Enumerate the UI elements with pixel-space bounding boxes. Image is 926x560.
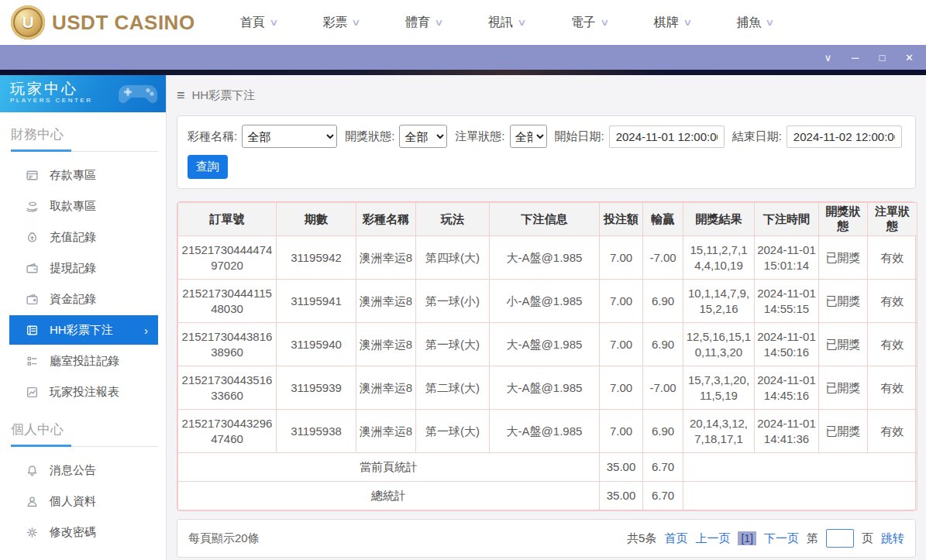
- table-cell: 10,1,14,7,9,15,2,16: [683, 280, 755, 323]
- page-jump-input[interactable]: [826, 529, 854, 548]
- column-header: 彩種名稱: [356, 203, 416, 236]
- jump-suffix-label: 页: [862, 531, 873, 546]
- sidebar: 玩家中心 PLAYERS CENTER 財務中心存款專區取款專區充值記錄提現記錄…: [0, 75, 167, 560]
- nav-item-label: 體育: [405, 15, 430, 31]
- table-cell: 31195942: [277, 236, 356, 280]
- sidebar-item-player-report[interactable]: 玩家投注報表: [0, 376, 166, 407]
- table-cell: 31195938: [277, 410, 356, 453]
- recharge-record-icon: [26, 230, 40, 244]
- sidebar-item-withdraw[interactable]: 取款專區: [0, 191, 166, 222]
- top-header: U USDT CASINO 首頁∨彩票∨體育∨視訊∨電子∨棋牌∨捕魚∨: [0, 0, 926, 45]
- section-divider: [11, 149, 158, 152]
- jump-action-link[interactable]: 跳转: [881, 531, 904, 546]
- window-maximize-button[interactable]: □: [876, 53, 888, 63]
- room-bets-icon: [26, 354, 40, 368]
- column-header: 期數: [277, 203, 356, 236]
- table-cell: 有效: [868, 366, 917, 410]
- table-cell: 有效: [868, 410, 917, 453]
- nav-item-fishing-menu[interactable]: 捕魚∨: [736, 15, 773, 31]
- nav-item-label: 捕魚: [736, 15, 761, 31]
- sidebar-item-profile[interactable]: 個人資料: [0, 486, 166, 517]
- total-count-text: 共5条: [627, 531, 656, 546]
- chevron-down-icon: ∨: [352, 17, 361, 28]
- table-cell: 已開獎: [819, 410, 868, 453]
- sidebar-item-withdrawal-record[interactable]: 提現記錄: [0, 253, 166, 283]
- chevron-down-icon: ∨: [517, 17, 526, 28]
- table-cell: 2152173044329647460: [178, 410, 277, 453]
- sidebar-item-deposit[interactable]: 存款專區: [0, 160, 166, 191]
- table-cell: 20,14,3,12,7,18,17,1: [683, 410, 755, 453]
- column-header: 開獎狀態: [819, 203, 868, 236]
- page-size-text: 每頁顯示20條: [188, 531, 260, 546]
- nav-item-cards-menu[interactable]: 棋牌∨: [654, 15, 691, 31]
- window-chevron-down-button[interactable]: ∨: [822, 53, 834, 63]
- brand-logo[interactable]: U USDT CASINO: [11, 5, 195, 40]
- table-cell: 大-A盤@1.985: [490, 236, 600, 280]
- column-header: 輸贏: [643, 203, 683, 236]
- table-cell: 7.00: [600, 366, 643, 410]
- next-page-link[interactable]: 下一页: [764, 531, 799, 546]
- page-summary-row: 當前頁統計35.006.70: [178, 453, 917, 482]
- column-header: 投注額: [600, 203, 643, 236]
- table-cell: 第一球(大): [416, 410, 490, 453]
- sidebar-item-recharge-record[interactable]: 充值記錄: [0, 222, 166, 253]
- lottery-name-select[interactable]: 全部: [242, 125, 337, 148]
- header-divider-strip: [0, 70, 926, 75]
- search-button[interactable]: 查詢: [188, 155, 228, 179]
- first-page-link[interactable]: 首页: [664, 531, 687, 546]
- chevron-down-icon: ∨: [269, 17, 278, 28]
- table-cell: 第一球(大): [416, 323, 490, 366]
- table-cell: 31195939: [277, 366, 356, 410]
- table-cell: 7.00: [600, 280, 643, 323]
- sidebar-item-announcement[interactable]: 消息公告: [0, 455, 166, 486]
- column-header: 玩法: [416, 203, 490, 236]
- window-close-button[interactable]: ✕: [904, 53, 915, 63]
- table-cell: 已開獎: [819, 323, 868, 366]
- start-date-input[interactable]: [609, 125, 725, 148]
- table-cell: 第四球(大): [416, 236, 490, 280]
- nav-item-live-menu[interactable]: 視訊∨: [488, 15, 525, 31]
- menu-toggle-icon[interactable]: ≡: [177, 88, 185, 104]
- sidebar-item-password[interactable]: 修改密碼: [0, 517, 166, 548]
- window-minimize-button[interactable]: ─: [849, 53, 861, 63]
- nav-item-sports-menu[interactable]: 體育∨: [405, 15, 442, 31]
- bets-table-panel: 訂單號期數彩種名稱玩法下注信息投注額輸贏開獎結果下注時間開獎狀態注單狀態2152…: [177, 201, 916, 511]
- sidebar-item-label: 個人資料: [50, 494, 96, 509]
- order-status-select[interactable]: 全部: [510, 125, 547, 148]
- prev-page-link[interactable]: 上一页: [695, 531, 730, 546]
- summary-label: 總統計: [178, 482, 600, 510]
- sidebar-item-room-bets[interactable]: 廳室投註記錄: [0, 345, 166, 376]
- order-status-label: 注單狀態:: [455, 129, 504, 144]
- end-date-label: 結束日期:: [732, 129, 782, 144]
- lottery-bets-icon: [26, 323, 40, 337]
- chevron-down-icon: ∨: [434, 17, 443, 28]
- table-cell: 已開獎: [819, 236, 868, 280]
- nav-item-slots-menu[interactable]: 電子∨: [571, 15, 608, 31]
- sidebar-item-label: 存款專區: [50, 168, 96, 183]
- table-cell: 已開獎: [819, 280, 868, 323]
- sidebar-item-label: 修改密碼: [50, 525, 96, 540]
- table-cell: 大-A盤@1.985: [490, 410, 600, 453]
- section-title: 個人中心: [11, 421, 155, 438]
- table-cell: 2024-11-01 14:55:15: [755, 280, 819, 323]
- sidebar-item-label: 資金記錄: [50, 292, 96, 307]
- table-cell: 2024-11-01 15:01:14: [755, 236, 819, 280]
- nav-item-home-menu[interactable]: 首頁∨: [240, 15, 277, 31]
- breadcrumb: ≡ HH彩票下注: [177, 75, 916, 115]
- nav-item-label: 視訊: [488, 15, 513, 31]
- table-cell: 有效: [868, 236, 917, 280]
- draw-status-select[interactable]: 全部: [399, 125, 447, 148]
- nav-item-label: 電子: [571, 15, 596, 31]
- sidebar-item-label: 充值記錄: [50, 230, 96, 245]
- sidebar-item-lottery-bets[interactable]: HH彩票下注›: [9, 315, 158, 345]
- nav-item-lottery-menu[interactable]: 彩票∨: [322, 15, 360, 31]
- app-window: U USDT CASINO 首頁∨彩票∨體育∨視訊∨電子∨棋牌∨捕魚∨ ∨─□✕…: [0, 0, 926, 560]
- table-cell: 第一球(小): [416, 280, 490, 323]
- table-cell: 7.00: [600, 323, 643, 366]
- chevron-down-icon: ∨: [683, 17, 692, 28]
- window-titlebar: ∨─□✕: [0, 45, 926, 70]
- column-header: 訂單號: [178, 203, 277, 236]
- table-cell: 2024-11-01 14:50:16: [755, 323, 819, 366]
- end-date-input[interactable]: [787, 125, 902, 148]
- sidebar-item-funds-record[interactable]: 資金記錄: [0, 283, 166, 314]
